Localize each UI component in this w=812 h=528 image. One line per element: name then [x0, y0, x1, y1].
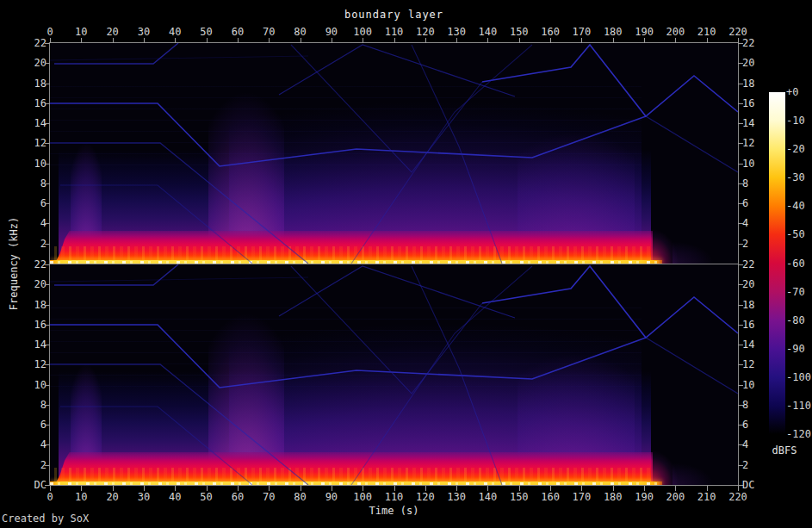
tick-mark: [363, 38, 363, 43]
tick-mark: [238, 38, 239, 43]
x-tick-label: 30: [138, 26, 150, 38]
freq-tick-label: 20: [742, 57, 754, 69]
x-tick-label: 20: [106, 491, 118, 503]
x-tick-label: 60: [232, 491, 244, 503]
trace-line: [50, 56, 308, 60]
freq-tick-label: 4: [742, 438, 748, 450]
tick-mark: [301, 38, 301, 43]
x-tick-label: 0: [46, 26, 53, 38]
x-tick-label: 40: [169, 26, 181, 38]
tick-mark: [45, 425, 50, 426]
x-tick-label: 100: [353, 26, 372, 38]
x-tick-label: 110: [385, 26, 404, 38]
time-axis-ticks-top: [50, 38, 738, 43]
x-tick-label: 80: [294, 26, 306, 38]
x-axis-label: Time (s): [50, 505, 738, 517]
x-tick-label: 220: [728, 26, 747, 38]
x-tick-label: 140: [479, 26, 498, 38]
colorbar-tick-label: -10: [786, 115, 805, 127]
channel-separator: [50, 264, 738, 264]
x-tick-label: 90: [325, 26, 338, 38]
x-tick-label: 190: [635, 26, 654, 38]
colorbar-tick-label: -60: [786, 258, 805, 270]
tick-mark: [45, 485, 50, 486]
tick-mark: [45, 345, 50, 345]
credit-text: Created by SoX: [2, 512, 89, 525]
x-tick-label: 130: [447, 491, 466, 503]
tick-mark: [269, 38, 270, 43]
tick-mark: [45, 385, 50, 386]
trace-line: [50, 103, 646, 166]
x-tick-label: 0: [46, 491, 53, 503]
x-tick-label: 170: [573, 26, 592, 38]
freq-tick-label: 22: [742, 258, 754, 270]
trace-line: [50, 325, 646, 388]
x-tick-label: 190: [635, 491, 654, 503]
tick-mark: [45, 364, 50, 365]
tick-mark: [394, 38, 395, 43]
x-tick-label: 130: [447, 26, 466, 38]
tick-mark: [45, 325, 50, 326]
x-tick-label: 160: [541, 26, 560, 38]
freq-tick-label: 6: [742, 419, 748, 431]
freq-tick-label: 14: [742, 117, 754, 129]
freq-tick-label: 2: [742, 459, 748, 471]
x-tick-label: 10: [75, 26, 87, 38]
trace-line: [646, 338, 738, 394]
x-tick-label: 100: [353, 491, 372, 503]
colorbar-tick-label: -80: [786, 314, 805, 326]
x-tick-label: 30: [138, 491, 150, 503]
tick-mark: [332, 38, 332, 43]
tick-mark: [707, 38, 708, 43]
freq-tick-label: 8: [742, 399, 748, 411]
trace-line: [54, 43, 178, 64]
x-tick-label: 160: [541, 491, 560, 503]
tick-mark: [550, 38, 551, 43]
tick-mark: [45, 465, 50, 466]
freq-tick-label: 22: [742, 37, 754, 49]
trace-line: [50, 277, 308, 282]
tick-mark: [45, 405, 50, 406]
tick-mark: [675, 38, 676, 43]
trace-line: [279, 45, 515, 96]
colorbar-tick-label: -120: [786, 428, 811, 440]
freq-axis-labels-left: 222018161412108642222018161412108642DC: [0, 43, 46, 485]
colorbar-tick-label: -40: [786, 200, 805, 212]
x-tick-label: 20: [106, 26, 118, 38]
x-tick-label: 70: [263, 491, 275, 503]
colorbar-tick-label: -70: [786, 286, 805, 298]
x-tick-label: 50: [200, 491, 212, 503]
colorbar-tick-label: +0: [786, 86, 798, 98]
x-tick-label: 40: [169, 491, 181, 503]
x-tick-label: 50: [200, 26, 212, 38]
tick-mark: [45, 284, 50, 285]
tick-mark: [45, 264, 50, 265]
trace-line: [482, 45, 738, 116]
trace-line: [279, 266, 515, 318]
tick-mark: [81, 38, 82, 43]
tick-mark: [425, 38, 426, 43]
x-tick-label: 220: [728, 491, 747, 503]
tick-mark: [644, 38, 645, 43]
freq-tick-label: 4: [742, 217, 748, 229]
time-axis-labels-bottom: 0102030405060708090100110120130140150160…: [50, 491, 738, 503]
trace-line: [482, 266, 738, 338]
colorbar-tick-label: -50: [786, 228, 805, 240]
tick-mark: [45, 223, 50, 224]
tick-mark: [45, 444, 50, 445]
tick-mark: [45, 103, 50, 104]
x-tick-label: 90: [325, 491, 338, 503]
tick-mark: [207, 38, 208, 43]
x-tick-label: 180: [604, 26, 623, 38]
freq-tick-label: 10: [742, 158, 754, 170]
sox-spectrogram-window: boundary layer Frequency (kHz) 010203040…: [0, 0, 812, 528]
x-tick-label: 70: [263, 26, 275, 38]
colorbar-tick-label: -110: [786, 400, 811, 412]
tick-mark: [45, 123, 50, 124]
chart-title: boundary layer: [50, 9, 738, 21]
trace-line: [646, 116, 738, 172]
tick-mark: [519, 38, 520, 43]
colorbar-tick-label: -20: [786, 143, 805, 155]
freq-tick-label: 6: [742, 197, 748, 209]
spectrogram-channel-1: [50, 43, 738, 264]
